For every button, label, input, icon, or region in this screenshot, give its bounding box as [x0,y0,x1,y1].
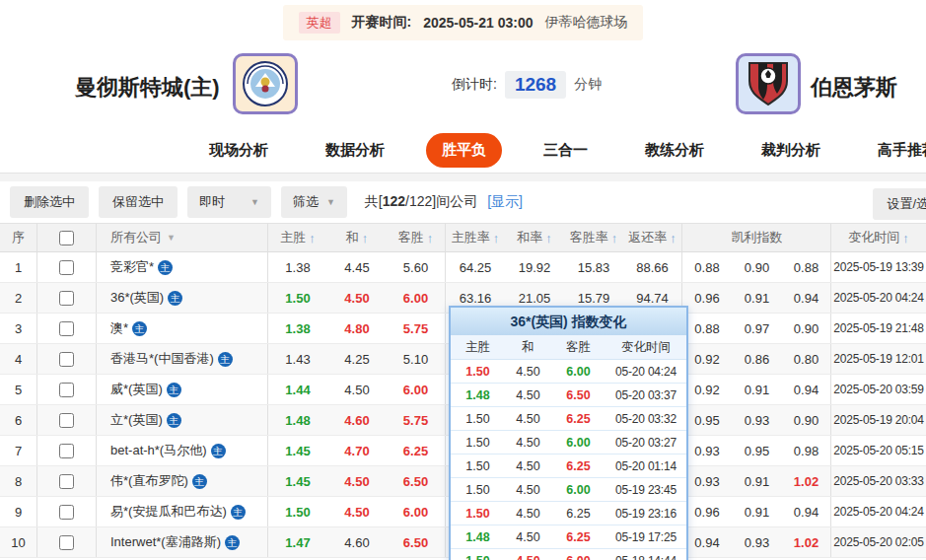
tab-6[interactable]: 裁判分析 [746,133,836,168]
draw-odds: 4.50 [327,375,387,404]
header-home-rate[interactable]: 主胜率 ↑ [446,224,505,251]
row-checkbox[interactable] [59,505,74,520]
draw-odds: 4.25 [327,344,387,374]
home-badge-icon: 主 [218,352,233,367]
row-checkbox[interactable] [59,383,74,397]
sort-up-icon: ↑ [902,231,909,245]
popup-draw-odds: 4.50 [505,525,551,548]
row-checkbox-cell [37,283,97,313]
header-company[interactable]: 所有公司 ▼ [97,224,268,251]
header-away-odds[interactable]: 客胜 ↑ [387,224,446,251]
home-badge-icon: 主 [132,321,147,336]
company-count: 共[122/122]间公司 [显示] [365,193,523,211]
tab-2[interactable]: 数据分析 [310,133,400,168]
delete-selected-button[interactable]: 删除选中 [10,186,89,218]
row-checkbox[interactable] [59,413,74,428]
popup-header-2: 和 [505,335,551,359]
popup-header-row: 主胜和客胜变化时间 [451,335,686,360]
header-draw-odds[interactable]: 和 ↑ [327,224,387,251]
popup-home-odds: 1.50 [451,502,505,525]
row-checkbox[interactable] [59,474,74,489]
company-name: 澳* [110,319,128,337]
row-index: 8 [0,466,37,496]
row-index: 2 [0,283,37,313]
kelly-2: 0.91 [732,375,782,404]
company-cell[interactable]: 易*(安提瓜和巴布达)主 [97,497,268,526]
popup-away-odds: 6.25 [551,502,605,525]
row-checkbox-cell [37,375,97,404]
row-checkbox-cell [37,344,97,374]
popup-draw-odds: 4.50 [505,407,551,430]
keep-selected-button[interactable]: 保留选中 [99,186,178,218]
countdown-value: 1268 [505,71,566,99]
kelly-1: 0.88 [682,314,732,343]
popup-row: 1.484.506.2505-19 17:25 [451,525,686,549]
header-return-rate[interactable]: 返还率 ↑ [623,224,682,251]
home-odds: 1.50 [268,497,327,526]
settings-button[interactable]: 设置/选择 [873,188,926,220]
filter-dropdown[interactable]: 筛选 ▼ [281,186,347,218]
popup-change-time: 05-19 23:16 [605,502,686,525]
popup-change-time: 05-19 17:25 [605,525,686,548]
row-checkbox[interactable] [59,321,74,336]
row-checkbox[interactable] [59,260,74,275]
popup-row: 1.484.506.5005-20 03:37 [451,384,686,407]
row-checkbox[interactable] [59,444,74,458]
popup-row: 1.504.506.0005-19 23:45 [451,478,686,502]
tab-3[interactable]: 胜平负 [426,133,502,168]
header-kelly-spacer [782,224,831,251]
tab-1[interactable]: 现场分析 [193,133,284,168]
draw-odds: 4.60 [327,405,387,435]
tab-5[interactable]: 教练分析 [629,133,720,168]
home-badge-icon: 主 [231,505,246,520]
kelly-1: 0.96 [682,283,732,313]
draw-odds: 4.50 [327,283,387,313]
change-time: 2025-05-19 20:04 [831,405,926,435]
header-change-time[interactable]: 变化时间 ↑ [831,224,926,251]
company-cell[interactable]: 36*(英国)主 [97,283,268,313]
select-all-checkbox[interactable] [59,231,74,245]
company-cell[interactable]: 威*(英国)主 [97,375,268,404]
company-cell[interactable]: 竞彩官*主 [97,252,268,282]
header-away-rate[interactable]: 客胜率 ↑ [564,224,623,251]
row-checkbox-cell [37,527,97,557]
popup-home-odds: 1.50 [451,360,505,383]
company-name: 威*(英国) [110,381,163,398]
time-filter-dropdown[interactable]: 即时 ▼ [187,186,271,218]
row-checkbox[interactable] [59,535,74,550]
company-cell[interactable]: bet-at-h*(马尔他)主 [97,436,268,465]
company-cell[interactable]: 香港马*(中国香港)主 [97,344,268,374]
change-time: 2025-05-19 21:48 [831,314,926,343]
tab-7[interactable]: 高手推荐 [862,133,926,168]
sort-up-icon: ↑ [362,231,369,245]
company-name: 竞彩官* [110,258,154,276]
change-time: 2025-05-20 04:24 [831,283,926,313]
company-name: bet-at-h*(马尔他) [110,442,207,459]
show-link[interactable]: [显示] [487,193,523,209]
company-cell[interactable]: 立*(英国)主 [97,405,268,435]
kelly-1: 0.94 [682,527,732,557]
header-away-label: 客胜 [398,229,424,246]
header-home-odds[interactable]: 主胜 ↑ [268,224,327,251]
tab-4[interactable]: 三合一 [528,133,604,168]
company-cell[interactable]: Interwet*(塞浦路斯)主 [97,527,268,557]
chevron-down-icon: ▼ [250,197,259,207]
header-away-rate-label: 客胜率 [570,229,608,246]
row-checkbox[interactable] [59,291,74,306]
man-city-crest-icon [242,60,289,107]
company-cell[interactable]: 伟*(直布罗陀)主 [97,466,268,496]
page: 英超 开赛时间: 2025-05-21 03:00 伊蒂哈德球场 曼彻斯特城(主… [0,0,926,560]
kelly-1: 0.92 [682,375,732,404]
kickoff-label: 开赛时间: [352,14,412,32]
home-odds: 1.38 [268,314,327,343]
home-odds: 1.44 [268,375,327,404]
popup-draw-odds: 4.50 [505,431,551,454]
kelly-3: 0.88 [782,252,831,282]
header-draw-rate[interactable]: 和率 ↑ [505,224,564,251]
home-odds: 1.47 [268,527,327,557]
popup-home-odds: 1.50 [451,478,505,501]
row-checkbox[interactable] [59,352,74,367]
header-home-rate-label: 主胜率 [452,229,490,246]
popup-row: 1.504.506.2505-20 01:14 [451,455,686,478]
company-cell[interactable]: 澳*主 [97,314,268,343]
